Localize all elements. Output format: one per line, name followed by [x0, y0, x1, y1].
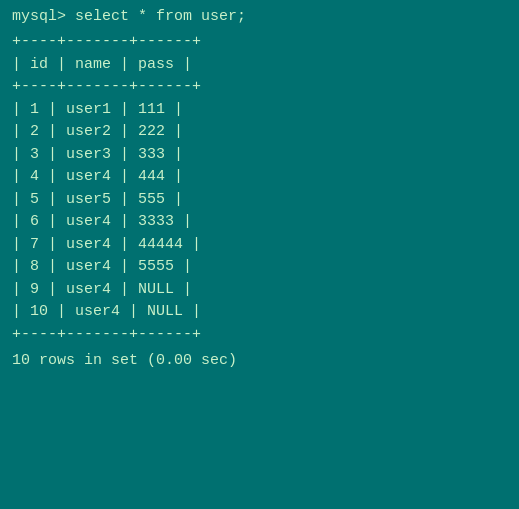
- divider-header: +----+-------+------+: [12, 76, 507, 99]
- mysql-prompt: mysql>: [12, 8, 66, 25]
- table-row: | 4 | user4 | 444 |: [12, 166, 507, 189]
- summary-line: 10 rows in set (0.00 sec): [12, 352, 507, 369]
- table-row: | 10 | user4 | NULL |: [12, 301, 507, 324]
- table-header: | id | name | pass |: [12, 54, 507, 77]
- prompt-line: mysql> select * from user;: [12, 8, 507, 25]
- table-row: | 9 | user4 | NULL |: [12, 279, 507, 302]
- table-row: | 8 | user4 | 5555 |: [12, 256, 507, 279]
- terminal-window: mysql> select * from user; +----+-------…: [12, 8, 507, 501]
- table-row: | 1 | user1 | 111 |: [12, 99, 507, 122]
- sql-query: select * from user;: [66, 8, 246, 25]
- table-row: | 3 | user3 | 333 |: [12, 144, 507, 167]
- table-row: | 6 | user4 | 3333 |: [12, 211, 507, 234]
- table-row: | 7 | user4 | 44444 |: [12, 234, 507, 257]
- divider-top: +----+-------+------+: [12, 31, 507, 54]
- table-body: | 1 | user1 | 111 || 2 | user2 | 222 || …: [12, 99, 507, 324]
- table-row: | 2 | user2 | 222 |: [12, 121, 507, 144]
- table-row: | 5 | user5 | 555 |: [12, 189, 507, 212]
- divider-bottom: +----+-------+------+: [12, 324, 507, 347]
